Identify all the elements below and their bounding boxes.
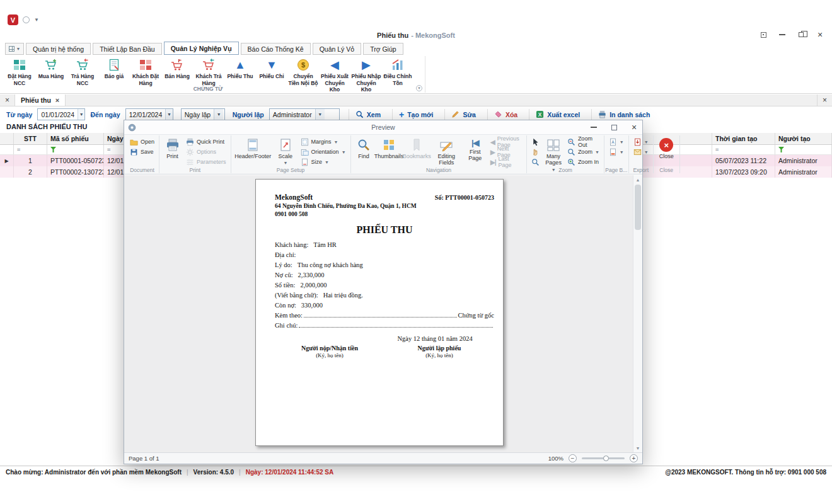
orientation-icon (301, 148, 309, 156)
scrollbar-thumb[interactable] (635, 185, 641, 230)
preview-minimize-button[interactable] (589, 123, 598, 132)
preview-scrollbar[interactable]: ▲ ▼ (633, 175, 642, 452)
ribbon-item-tra-hang-ncc[interactable]: Trả Hàng NCC (67, 57, 98, 86)
view-button[interactable]: Xem (349, 109, 387, 120)
date-type-select[interactable]: Ngày lập ▼ (181, 108, 225, 120)
date-text: Ngày: 12/01/2024 11:44:52 SA (246, 469, 334, 476)
magnifier-icon (531, 158, 540, 166)
zoom-out-stepper[interactable]: − (569, 454, 577, 462)
tab-close-icon[interactable]: × (55, 96, 59, 104)
qat-dropdown-icon[interactable]: ▼ (34, 17, 39, 23)
tab-quan-ly-vo[interactable]: Quản Lý Vỏ (313, 43, 361, 55)
zoom-in-button[interactable]: Zoom In (565, 157, 601, 167)
ribbon-item-ban-hang[interactable]: Bán Hàng (161, 57, 193, 80)
editing-fields-button[interactable]: Editing Fields (431, 137, 461, 166)
fullscreen-button[interactable] (759, 30, 768, 39)
supplier-order-icon (13, 58, 26, 72)
zoom-button[interactable]: Zoom▼ (565, 147, 601, 157)
ribbon-item-chuyen-tien-noi-bo[interactable]: $ Chuyển Tiền Nội Bộ (287, 57, 319, 86)
refresh-icon[interactable] (23, 16, 30, 23)
ribbon-item-khach-tra-hang[interactable]: Khách Trả Hàng (193, 57, 224, 86)
tab-tro-giup[interactable]: Trợ Giúp (363, 43, 403, 55)
tabstrip-close-button[interactable]: × (0, 94, 15, 106)
export-document-button[interactable]: ▼ (632, 137, 650, 147)
header-stt[interactable]: STT (14, 133, 47, 144)
to-date-label: Đến ngày (90, 111, 120, 118)
magnifier-tool-button[interactable] (529, 157, 541, 167)
doc-tab-phieu-thu[interactable]: Phiếu thu × (15, 94, 66, 106)
preview-close-big-button[interactable]: ×Close (656, 137, 677, 159)
margins-button[interactable]: Margins▼ (299, 137, 348, 147)
create-new-button[interactable]: + Tạo mới (392, 109, 440, 120)
quick-print-button[interactable]: Quick Print (184, 137, 228, 147)
header-nguoi-tao[interactable]: Người tạo (775, 133, 832, 144)
watermark-button[interactable]: A▼ (607, 137, 626, 147)
ribbon-item-mua-hang[interactable]: Mua Hàng (35, 57, 67, 80)
quick-access-toolbar: V ▼ (8, 14, 39, 25)
ribbon-group-launcher-icon[interactable]: ▾ (416, 85, 422, 91)
tabstrip-close-all-button[interactable]: × (817, 94, 832, 106)
dropdown-icon[interactable]: ▼ (214, 109, 223, 120)
edit-button[interactable]: Sửa (444, 109, 482, 120)
ribbon-item-khach-dat-hang[interactable]: Khách Đặt Hàng (130, 57, 161, 86)
header-footer-button[interactable]: Header/Footer (234, 137, 273, 159)
zoom-out-button[interactable]: Zoom Out (565, 137, 601, 147)
close-window-button[interactable]: × (816, 30, 824, 39)
save-button[interactable]: Save (128, 147, 156, 157)
from-date-input[interactable]: 01/01/2024 ▼ (37, 108, 85, 120)
print-list-button[interactable]: In danh sách (591, 109, 656, 120)
header-ma-so-phieu[interactable]: Mã số phiếu (47, 133, 104, 144)
pointer-tool-button[interactable] (529, 137, 541, 147)
scroll-down-icon[interactable]: ▼ (633, 444, 642, 452)
zoom-slider[interactable] (582, 457, 625, 459)
open-button[interactable]: Open (128, 137, 156, 147)
preview-group-print: Print Quick Print Options Parameters Pri… (159, 135, 231, 173)
find-button[interactable]: Find (354, 137, 374, 159)
ribbon-item-dat-hang-ncc[interactable]: Đặt Hàng NCC (4, 57, 35, 86)
orientation-button[interactable]: Orientation▼ (299, 147, 348, 157)
dropdown-icon[interactable]: ▼ (78, 109, 84, 120)
amount-in-words: Hai triệu đồng. (323, 292, 363, 299)
restore-button[interactable] (797, 30, 806, 39)
preview-maximize-button[interactable] (610, 123, 618, 132)
tab-thiet-lap-ban-dau[interactable]: Thiết Lập Ban Đầu (93, 43, 162, 55)
tab-quan-tri-he-thong[interactable]: Quản trị hệ thống (26, 43, 91, 55)
signature-right: Người lập phiếu (Ký, họ tên) (384, 345, 494, 358)
to-date-input[interactable]: 12/01/2024 ▼ (125, 108, 173, 120)
thumbnails-button[interactable]: Thumbnails (376, 137, 403, 159)
scale-button[interactable]: Scale ▼ (274, 137, 298, 166)
filter-ma-so-phieu[interactable] (47, 145, 104, 154)
signature-left: Người nộp/Nhận tiền (Ký, họ tên) (275, 345, 384, 358)
header-thoi-gian-tao[interactable]: Thời gian tạo (712, 133, 775, 144)
print-button[interactable]: Print (162, 137, 183, 159)
ribbon-item-phieu-chi[interactable]: ▼ Phiếu Chi (256, 57, 287, 80)
hand-tool-button[interactable] (529, 147, 541, 157)
zoom-slider-thumb[interactable] (603, 455, 609, 461)
dropdown-icon[interactable]: ▼ (315, 109, 325, 120)
ribbon-item-dieu-chinh-ton[interactable]: Điều Chỉnh Tồn (382, 57, 413, 86)
plus-icon: + (399, 111, 404, 118)
filter-nguoi-tao[interactable] (775, 145, 832, 154)
preview-close-button[interactable]: × (630, 123, 638, 132)
tab-bao-cao-thong-ke[interactable]: Báo Cáo Thống Kê (241, 43, 311, 55)
size-button[interactable]: Size▼ (299, 157, 348, 167)
send-email-button[interactable]: ▼ (632, 147, 650, 157)
menu-grid-button[interactable]: ▼ (5, 43, 24, 55)
filter-stt[interactable]: = (14, 145, 47, 154)
export-excel-button[interactable]: X Xuất excel (529, 109, 586, 120)
delete-button[interactable]: Xóa (487, 109, 524, 120)
filter-thoi-gian-tao[interactable]: = (712, 145, 775, 154)
zoom-in-stepper[interactable]: + (630, 454, 638, 462)
copyright-text: @2023 MEKONGSOFT. Thông tin hỗ trợ: 0901… (665, 469, 826, 476)
first-page-button[interactable]: |◀First Page (463, 137, 487, 162)
preview-title-bar[interactable]: Preview × (124, 120, 642, 134)
tab-quan-ly-nghiep-vu[interactable]: Quản Lý Nghiệp Vụ (164, 42, 239, 55)
ribbon-item-bao-gia[interactable]: Báo giá (98, 57, 130, 80)
ribbon-item-phieu-thu[interactable]: ▲ Phiếu Thu (224, 57, 256, 80)
minimize-button[interactable] (778, 30, 787, 39)
scroll-up-icon[interactable]: ▲ (633, 175, 642, 184)
page-color-button[interactable]: ▼ (607, 147, 626, 157)
app-logo[interactable]: V (8, 14, 18, 25)
dropdown-icon[interactable]: ▼ (165, 109, 172, 120)
creator-select[interactable]: Administrator ▼ (269, 108, 340, 120)
